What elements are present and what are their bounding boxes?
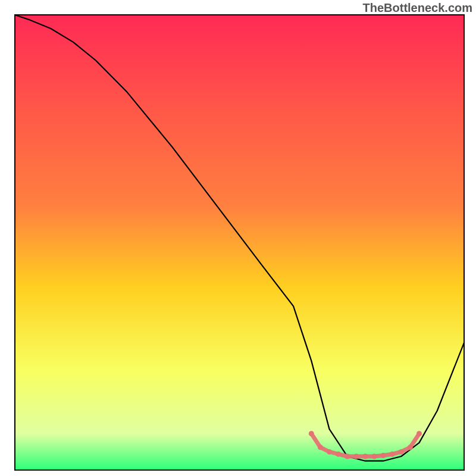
marker-point [318, 444, 323, 450]
plot-area [15, 15, 464, 470]
marker-point [345, 454, 350, 459]
marker-point [399, 449, 404, 455]
marker-point [381, 453, 386, 458]
marker-point [353, 454, 359, 459]
marker-point [309, 431, 314, 436]
marker-point [408, 444, 413, 450]
gradient-background [15, 15, 464, 470]
bottleneck-chart [0, 0, 476, 476]
marker-point [327, 449, 332, 455]
marker-point [372, 454, 377, 459]
marker-point [390, 452, 395, 457]
marker-point [336, 452, 341, 457]
chart-container: TheBottleneck.com [0, 0, 476, 476]
marker-point [362, 454, 368, 459]
watermark-text: TheBottleneck.com [363, 1, 472, 15]
marker-point [416, 431, 422, 436]
